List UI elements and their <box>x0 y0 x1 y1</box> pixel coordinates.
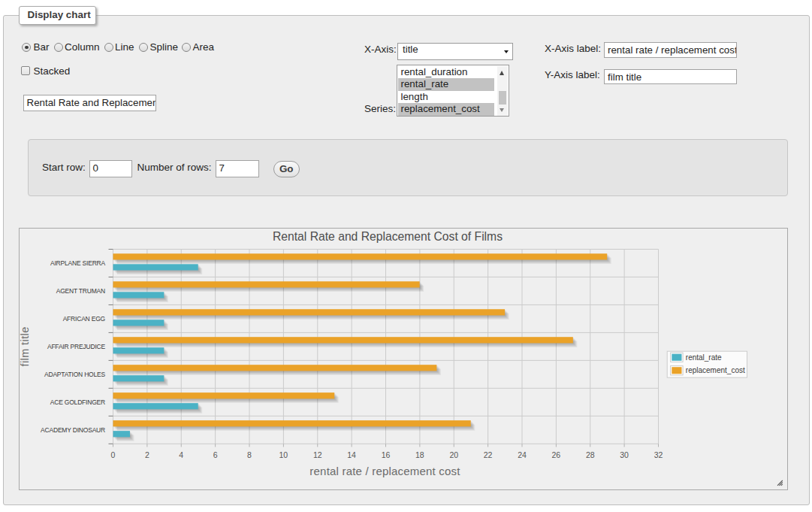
svg-text:20: 20 <box>449 450 458 459</box>
svg-text:film title: film title <box>20 326 31 366</box>
svg-text:rental rate / replacement cost: rental rate / replacement cost <box>309 465 460 477</box>
svg-text:AIRPLANE SIERRA: AIRPLANE SIERRA <box>50 259 106 267</box>
svg-text:2: 2 <box>145 450 149 459</box>
svg-text:ADAPTATION HOLES: ADAPTATION HOLES <box>44 371 106 378</box>
svg-text:AFRICAN EGG: AFRICAN EGG <box>63 315 105 323</box>
svg-text:ACE GOLDFINGER: ACE GOLDFINGER <box>50 398 105 406</box>
svg-text:24: 24 <box>518 450 527 459</box>
svg-text:30: 30 <box>620 450 629 459</box>
svg-text:12: 12 <box>313 450 322 459</box>
svg-text:28: 28 <box>586 450 595 459</box>
svg-text:22: 22 <box>484 450 493 459</box>
svg-text:14: 14 <box>347 450 356 459</box>
svg-text:rental_rate: rental_rate <box>686 353 722 362</box>
svg-text:26: 26 <box>552 450 561 459</box>
svg-text:AGENT TRUMAN: AGENT TRUMAN <box>56 287 105 295</box>
svg-text:8: 8 <box>247 450 252 459</box>
svg-text:6: 6 <box>213 450 218 459</box>
svg-text:ACADEMY DINOSAUR: ACADEMY DINOSAUR <box>41 426 105 434</box>
svg-text:AFFAIR PREJUDICE: AFFAIR PREJUDICE <box>47 343 106 350</box>
svg-text:0: 0 <box>111 450 116 459</box>
svg-text:16: 16 <box>382 450 391 459</box>
svg-text:replacement_cost: replacement_cost <box>686 366 745 374</box>
svg-text:Rental Rate and Replacement Co: Rental Rate and Replacement Cost of Film… <box>273 230 503 243</box>
svg-text:18: 18 <box>415 450 424 459</box>
svg-text:32: 32 <box>654 450 663 459</box>
svg-text:10: 10 <box>279 450 288 459</box>
svg-text:4: 4 <box>179 450 183 459</box>
